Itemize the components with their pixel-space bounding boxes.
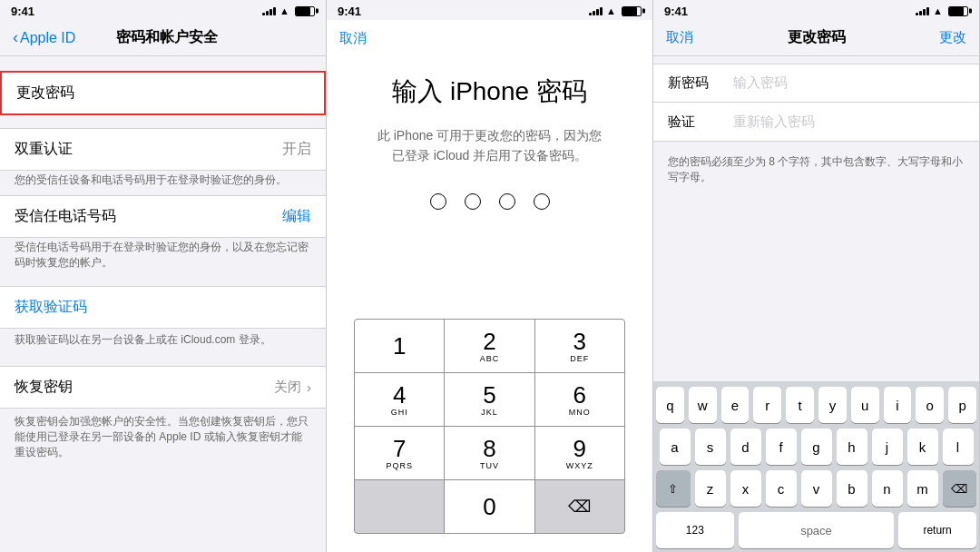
new-password-label: 新密码 — [668, 74, 722, 92]
kb-space-key[interactable]: space — [739, 512, 895, 548]
kb-key-t[interactable]: t — [786, 387, 814, 423]
two-factor-label: 双重认证 — [15, 140, 73, 159]
numpad-digit: 4 — [393, 383, 406, 407]
kb-key-h[interactable]: h — [837, 429, 867, 465]
get-code-link[interactable]: 获取验证码 — [15, 298, 87, 317]
wifi-icon-2: ▲ — [606, 5, 616, 16]
cancel-button-2[interactable]: 取消 — [339, 30, 367, 47]
kb-key-z[interactable]: z — [695, 470, 726, 507]
numpad-key-1[interactable]: 1 — [355, 320, 444, 372]
numpad-key-7[interactable]: 7PQRS — [355, 427, 444, 479]
signal-icon-2 — [589, 7, 603, 15]
numpad-key-0[interactable]: 0 — [445, 480, 534, 533]
p2-title: 输入 iPhone 密码 — [392, 74, 587, 109]
recovery-key-right: 关闭 › — [274, 379, 311, 396]
two-factor-desc: 您的受信任设备和电话号码用于在登录时验证您的身份。 — [0, 171, 326, 195]
kb-key-i[interactable]: i — [884, 387, 912, 423]
p2-content: 输入 iPhone 密码 此 iPhone 可用于更改您的密码，因为您已登录 i… — [327, 56, 652, 552]
kb-key-p[interactable]: p — [948, 387, 976, 423]
numpad-key-2[interactable]: 2ABC — [445, 320, 534, 372]
new-password-field[interactable]: 新密码 输入密码 — [653, 64, 979, 103]
battery-icon — [295, 6, 315, 16]
verify-label: 验证 — [668, 113, 722, 131]
time-3: 9:41 — [664, 5, 688, 18]
dot-2 — [465, 193, 481, 210]
done-button-3[interactable]: 更改 — [939, 29, 966, 46]
new-password-input[interactable]: 输入密码 — [733, 74, 788, 92]
recovery-key-row[interactable]: 恢复密钥 关闭 › — [0, 366, 326, 409]
cancel-button-3[interactable]: 取消 — [666, 29, 693, 46]
kb-key-q[interactable]: q — [656, 387, 684, 423]
shift-key[interactable]: ⇧ — [656, 470, 691, 507]
kb-row-3: ⇧zxcvbnm⌫ — [656, 470, 976, 507]
recovery-key-label: 恢复密钥 — [15, 378, 73, 397]
get-code-row[interactable]: 获取验证码 — [0, 286, 326, 329]
kb-key-g[interactable]: g — [801, 429, 832, 465]
p3-hint: 您的密码必须至少为 8 个字符，其中包含数字、大写字母和小写字母。 — [653, 149, 979, 194]
verify-input[interactable]: 重新输入密码 — [733, 113, 815, 131]
kb-key-x[interactable]: x — [730, 470, 761, 507]
kb-key-f[interactable]: f — [766, 429, 797, 465]
kb-return-key[interactable]: return — [898, 512, 976, 548]
kb-key-m[interactable]: m — [907, 470, 938, 507]
kb-key-y[interactable]: y — [818, 387, 847, 423]
kb-key-v[interactable]: v — [801, 470, 832, 507]
nav-title-1: 密码和帐户安全 — [116, 28, 218, 47]
time-2: 9:41 — [338, 5, 361, 18]
kb-key-n[interactable]: n — [872, 470, 903, 507]
signal-icon — [262, 7, 276, 15]
panel-password-security: 9:41 ▲ ‹ Apple ID 密码和帐户安全 更改密码 双重认证 开启 您… — [0, 0, 327, 552]
status-bar-1: 9:41 ▲ — [0, 0, 326, 20]
chevron-left-icon: ‹ — [13, 28, 18, 47]
battery-icon-3 — [948, 6, 968, 16]
kb-key-l[interactable]: l — [943, 429, 974, 465]
trusted-phone-row[interactable]: 受信任电话号码 编辑 — [0, 195, 326, 238]
back-button-1[interactable]: ‹ Apple ID — [13, 28, 75, 47]
recovery-key-value: 关闭 — [274, 379, 301, 396]
numpad-letters: ABC — [480, 354, 500, 363]
chevron-right-icon: › — [307, 380, 311, 395]
kb-key-j[interactable]: j — [872, 429, 903, 465]
status-icons-2: ▲ — [589, 5, 642, 16]
numpad-key-4[interactable]: 4GHI — [355, 373, 444, 426]
kb-key-s[interactable]: s — [695, 429, 726, 465]
kb-key-u[interactable]: u — [851, 387, 879, 423]
edit-phone-link[interactable]: 编辑 — [282, 207, 311, 226]
kb-key-a[interactable]: a — [660, 429, 691, 465]
p3-form: 新密码 输入密码 验证 重新输入密码 — [653, 64, 979, 142]
numpad-empty — [355, 480, 444, 533]
verify-field[interactable]: 验证 重新输入密码 — [653, 103, 979, 141]
numpad-key-8[interactable]: 8TUV — [445, 427, 534, 479]
kb-key-r[interactable]: r — [753, 387, 781, 423]
kb-key-b[interactable]: b — [837, 470, 867, 507]
kb-key-c[interactable]: c — [766, 470, 797, 507]
numpad-key-3[interactable]: 3DEF — [535, 320, 624, 372]
two-factor-row[interactable]: 双重认证 开启 — [0, 128, 326, 171]
kb-key-e[interactable]: e — [721, 387, 750, 423]
dot-3 — [499, 193, 515, 210]
kb-row-bottom: 123spacereturn — [656, 512, 976, 548]
change-password-label: 更改密码 — [16, 84, 74, 103]
numpad-key-9[interactable]: 9WXYZ — [535, 427, 624, 479]
kb-key-w[interactable]: w — [689, 387, 717, 423]
change-password-row[interactable]: 更改密码 — [0, 71, 326, 115]
kb-key-k[interactable]: k — [907, 429, 938, 465]
numpad-key-5[interactable]: 5JKL — [445, 373, 534, 426]
kb-key-o[interactable]: o — [916, 387, 944, 423]
numpad-letters: PQRS — [386, 461, 413, 470]
kb-key-d[interactable]: d — [730, 429, 761, 465]
trusted-phone-desc: 受信任电话号码用于在登录时验证您的身份，以及在您忘记密码时恢复您的帐户。 — [0, 238, 326, 278]
numpad-letters: MNO — [569, 408, 591, 417]
nav-bar-2: 取消 — [327, 20, 652, 56]
numpad-delete-key[interactable]: ⌫ — [535, 480, 624, 533]
kb-numbers-key[interactable]: 123 — [656, 512, 734, 548]
wifi-icon: ▲ — [279, 5, 289, 16]
numpad-digit: 3 — [573, 330, 586, 353]
status-bar-2: 9:41 ▲ — [327, 0, 652, 20]
battery-icon-2 — [622, 6, 642, 16]
dot-1 — [430, 193, 446, 210]
back-label-1: Apple ID — [20, 30, 75, 46]
kb-row: qwertyuiop — [656, 387, 976, 423]
numpad-key-6[interactable]: 6MNO — [535, 373, 624, 426]
keyboard-delete-key[interactable]: ⌫ — [943, 470, 977, 507]
